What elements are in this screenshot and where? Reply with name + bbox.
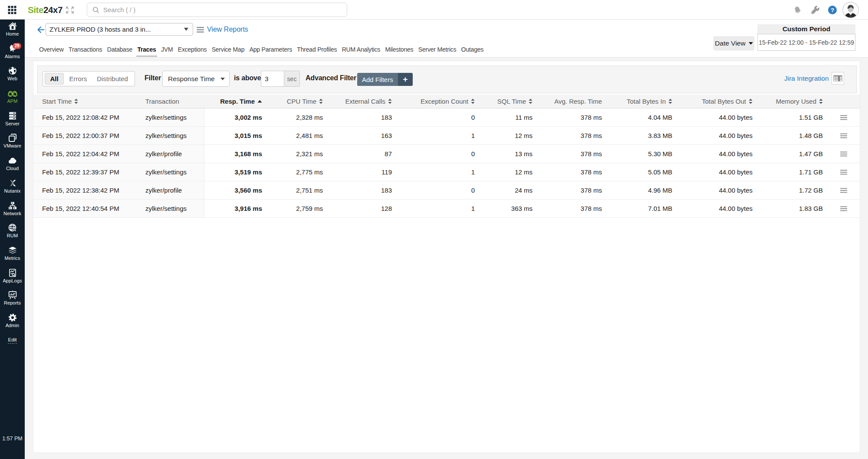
add-filters-button[interactable]: Add Filters + bbox=[357, 73, 413, 86]
table-row[interactable]: Feb 15, 2022 12:04:42 PM zylker/profile … bbox=[33, 145, 860, 163]
filter-metric-dropdown[interactable]: Response Time bbox=[162, 71, 230, 87]
cell-cpu: 2,321 ms bbox=[266, 145, 327, 163]
sort-icon bbox=[668, 98, 672, 104]
tab-overview[interactable]: Overview bbox=[36, 45, 66, 57]
row-actions-button[interactable] bbox=[827, 127, 860, 144]
svg-text:?: ? bbox=[831, 7, 834, 13]
date-view-button[interactable]: Date View bbox=[713, 36, 754, 50]
tools-wrench-button[interactable] bbox=[810, 5, 820, 15]
tab-exceptions[interactable]: Exceptions bbox=[175, 45, 209, 57]
help-button[interactable]: ? bbox=[828, 5, 837, 15]
table-row[interactable]: Feb 15, 2022 12:39:37 PM zylker/settings… bbox=[33, 163, 860, 181]
back-button[interactable] bbox=[37, 26, 45, 34]
cell-in: 5.05 MB bbox=[606, 163, 677, 181]
monitor-selector-dropdown[interactable]: ZYLKER PROD (3 hosts and 3 in... bbox=[46, 23, 193, 36]
row-actions-button[interactable] bbox=[827, 200, 860, 217]
tab-service-map[interactable]: Service Map bbox=[209, 45, 247, 57]
column-label: External Calls bbox=[345, 98, 385, 105]
sidebar-item-web[interactable]: Web bbox=[0, 64, 25, 87]
search-icon bbox=[92, 7, 99, 13]
sidebar-item-vmware[interactable]: VMware bbox=[0, 131, 25, 154]
fullscreen-button[interactable] bbox=[66, 7, 74, 13]
sidebar-item-metrics[interactable]: Metrics bbox=[0, 244, 25, 266]
sidebar-item-rum[interactable]: RUM bbox=[0, 221, 25, 244]
tab-server-metrics[interactable]: Server Metrics bbox=[416, 45, 459, 57]
column-header-sql[interactable]: SQL Time bbox=[479, 95, 537, 108]
alarm-count-badge: 29 bbox=[13, 43, 21, 49]
row-actions-button[interactable] bbox=[827, 145, 860, 163]
table-row[interactable]: Feb 15, 2022 12:08:42 PM zylker/settings… bbox=[33, 108, 860, 127]
cell-sql: 12 ms bbox=[479, 163, 537, 181]
table-row[interactable]: Feb 15, 2022 12:38:42 PM zylker/profile … bbox=[33, 181, 860, 200]
tab-database[interactable]: Database bbox=[105, 45, 135, 57]
sidebar-item-alarms[interactable]: 29Alarms bbox=[0, 42, 25, 65]
column-label: CPU Time bbox=[287, 98, 316, 105]
logo-site: Site bbox=[28, 5, 43, 15]
sidebar-item-server[interactable]: Server bbox=[0, 109, 25, 132]
tab-outages[interactable]: Outages bbox=[459, 45, 486, 57]
back-arrow-icon bbox=[37, 26, 45, 33]
tab-thread-profiles[interactable]: Thread Profiles bbox=[295, 45, 339, 57]
cell-trans: zylker/settings bbox=[145, 200, 204, 217]
bell-icon bbox=[793, 5, 802, 15]
sidebar-item-cloud[interactable]: Cloud bbox=[0, 154, 25, 177]
sidebar-item-nutanix[interactable]: Nutanix bbox=[0, 177, 25, 199]
sidebar-item-reports[interactable]: Reports bbox=[0, 289, 25, 311]
table-row[interactable]: Feb 15, 2022 12:40:54 PM zylker/settings… bbox=[33, 200, 860, 218]
tab-traces[interactable]: Traces bbox=[135, 45, 159, 57]
app-launcher-button[interactable] bbox=[7, 5, 17, 15]
sidebar-item-applogs[interactable]: AppLogs bbox=[0, 266, 25, 289]
applogs-icon bbox=[8, 268, 17, 278]
cell-resp: 3,015 ms bbox=[204, 127, 266, 144]
cell-avg: 378 ms bbox=[537, 108, 606, 126]
chevron-down-icon bbox=[220, 78, 225, 80]
sidebar-item-network[interactable]: Network bbox=[0, 199, 25, 222]
cell-mem: 1.83 GB bbox=[757, 200, 827, 217]
notifications-bell-button[interactable] bbox=[793, 5, 802, 15]
view-reports-list-icon bbox=[197, 26, 204, 33]
sidebar-items: Home 29Alarms Web APM Server VMware Clou… bbox=[0, 20, 25, 351]
tab-jvm[interactable]: JVM bbox=[158, 45, 175, 57]
column-header-cpu[interactable]: CPU Time bbox=[266, 95, 327, 108]
row-actions-button[interactable] bbox=[827, 108, 860, 126]
cell-in: 3.83 MB bbox=[606, 127, 677, 144]
sidebar-item-label: Edit bbox=[8, 337, 16, 344]
tab-rum-analytics[interactable]: RUM Analytics bbox=[339, 45, 383, 57]
threshold-input[interactable] bbox=[261, 71, 284, 87]
tab-transactions[interactable]: Transactions bbox=[66, 45, 105, 57]
segment-all[interactable]: All bbox=[45, 73, 64, 85]
column-header-start[interactable]: Start Time bbox=[33, 95, 145, 108]
jira-integration-link[interactable]: Jira Integration bbox=[784, 75, 829, 82]
column-label: Start Time bbox=[42, 98, 72, 105]
column-header-resp[interactable]: Resp. Time bbox=[204, 95, 266, 108]
table-row[interactable]: Feb 15, 2022 12:00:37 PM zylker/settings… bbox=[33, 127, 860, 145]
segment-distributed[interactable]: Distributed bbox=[92, 73, 132, 84]
search-input[interactable] bbox=[103, 6, 342, 13]
column-header-exc[interactable]: Exception Count bbox=[396, 95, 479, 108]
row-actions-button[interactable] bbox=[827, 163, 860, 181]
cell-out: 44.00 bytes bbox=[677, 108, 757, 126]
row-actions-button[interactable] bbox=[827, 181, 860, 199]
custom-period-range-button[interactable]: 15-Feb-22 12:00 - 15-Feb-22 12:59 bbox=[757, 34, 855, 51]
monitor-selector-value: ZYLKER PROD (3 hosts and 3 in... bbox=[49, 26, 184, 33]
tab-milestones[interactable]: Milestones bbox=[383, 45, 416, 57]
column-chooser-button[interactable] bbox=[832, 72, 844, 85]
cell-avg: 378 ms bbox=[537, 200, 606, 217]
sidebar-item-admin[interactable]: Admin bbox=[0, 311, 25, 334]
global-search[interactable] bbox=[87, 3, 347, 17]
column-header-out[interactable]: Total Bytes Out bbox=[677, 95, 757, 108]
sidebar-item-label: VMware bbox=[3, 143, 21, 148]
tab-app-parameters[interactable]: App Parameters bbox=[247, 45, 295, 57]
cell-in: 5.30 MB bbox=[606, 145, 677, 163]
sidebar-item-home[interactable]: Home bbox=[0, 20, 25, 42]
user-avatar[interactable] bbox=[842, 2, 859, 18]
column-header-mem[interactable]: Memory Used bbox=[757, 95, 827, 108]
cell-ext: 183 bbox=[327, 108, 396, 126]
segment-errors[interactable]: Errors bbox=[64, 73, 92, 84]
view-reports-link[interactable]: View Reports bbox=[197, 26, 248, 33]
column-header-in[interactable]: Total Bytes In bbox=[606, 95, 677, 108]
sidebar-item-apm[interactable]: APM bbox=[0, 87, 25, 109]
sidebar-item-edit[interactable]: Edit bbox=[0, 334, 25, 351]
site24x7-logo[interactable]: Site24x7 bbox=[28, 5, 62, 15]
column-header-ext[interactable]: External Calls bbox=[327, 95, 396, 108]
